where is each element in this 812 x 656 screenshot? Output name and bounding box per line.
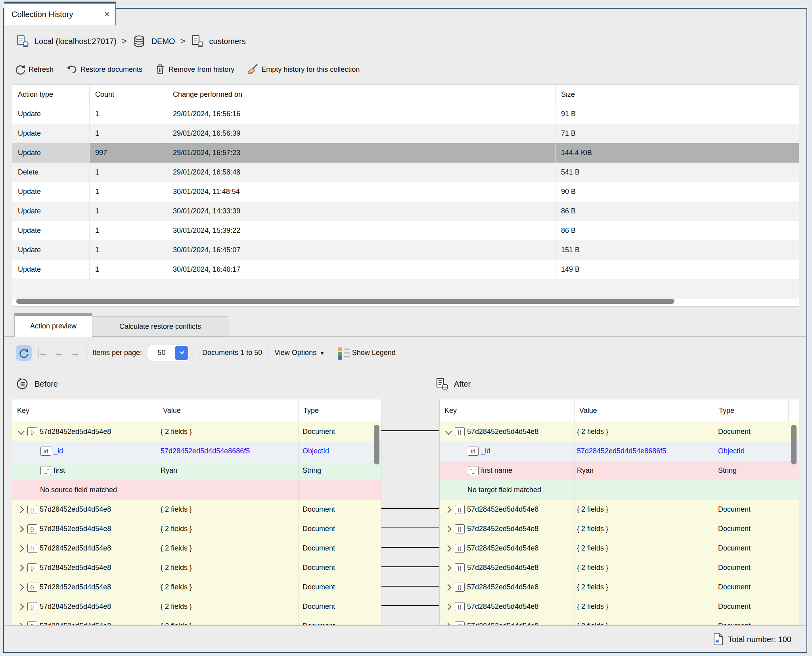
restore-documents-button[interactable]: Restore documents bbox=[65, 63, 142, 75]
expand-chevron[interactable] bbox=[17, 506, 24, 513]
pagination-bar: ← ← → Items per page: 50 Documents 1 to … bbox=[16, 337, 396, 369]
table-row[interactable]: Update130/01/2024, 15:39:2286 B bbox=[12, 221, 799, 240]
expand-chevron[interactable] bbox=[17, 526, 24, 532]
document-icon: {} bbox=[455, 544, 465, 553]
column-header[interactable]: Value bbox=[575, 399, 714, 422]
table-row[interactable]: Update130/01/2024, 14:33:3986 B bbox=[12, 201, 799, 221]
column-header[interactable]: Key bbox=[440, 399, 575, 422]
breadcrumb-database[interactable]: DEMO bbox=[151, 37, 175, 46]
document-row[interactable]: {}57d28452ed5d4d54e8{ 2 fields }Document bbox=[12, 539, 381, 558]
document-row[interactable]: {}57d28452ed5d4d54e8{ 2 fields }Document bbox=[440, 422, 799, 441]
close-icon[interactable]: × bbox=[104, 10, 110, 19]
tab-calculate-restore-conflicts[interactable]: Calculate restore conflicts bbox=[92, 316, 228, 337]
document-row[interactable]: "_"first nameRyanString bbox=[440, 461, 799, 480]
document-row[interactable]: {}57d28452ed5d4d54e8{ 2 fields }Document bbox=[12, 577, 381, 597]
expand-chevron[interactable] bbox=[18, 428, 25, 435]
tab-action-preview[interactable]: Action preview bbox=[14, 313, 92, 337]
key-cell: {}57d28452ed5d4d54e8 bbox=[12, 558, 158, 577]
document-row[interactable]: {}57d28452ed5d4d54e8{ 2 fields }Document bbox=[12, 597, 381, 616]
document-row[interactable]: {}57d28452ed5d4d54e8{ 2 fields }Document bbox=[12, 519, 381, 539]
key-cell: {}57d28452ed5d4d54e8 bbox=[12, 577, 158, 597]
first-page-button[interactable]: ← bbox=[38, 348, 48, 358]
document-row[interactable]: {}57d28452ed5d4d54e8{ 2 fields }Document bbox=[12, 422, 381, 441]
size-cell: 541 B bbox=[555, 163, 799, 182]
breadcrumb-collection[interactable]: customers bbox=[209, 37, 246, 46]
items-per-page-select[interactable]: 50 bbox=[148, 345, 190, 361]
expand-chevron[interactable] bbox=[17, 545, 24, 552]
type-cell: Document bbox=[714, 577, 789, 597]
next-page-button[interactable]: → bbox=[70, 348, 80, 358]
expand-chevron[interactable] bbox=[445, 603, 452, 610]
table-row[interactable]: Update99729/01/2024, 16:57:23144.4 KiB bbox=[12, 143, 799, 163]
before-vertical-scrollbar[interactable] bbox=[374, 425, 379, 464]
document-row[interactable]: id_id57d28452ed5d4d54e8686f5ObjectId bbox=[12, 441, 381, 461]
tab-collection-history[interactable]: Collection History × bbox=[4, 2, 116, 25]
view-options-button[interactable]: View Options▼ bbox=[274, 349, 325, 357]
show-legend-button[interactable]: Show Legend bbox=[352, 349, 396, 357]
previous-page-button[interactable]: ← bbox=[54, 348, 64, 358]
column-header[interactable]: Count bbox=[90, 85, 167, 104]
value-cell: Ryan bbox=[158, 461, 299, 480]
table-row[interactable]: Update129/01/2024, 16:56:1691 B bbox=[12, 104, 799, 124]
breadcrumb-connection[interactable]: Local (localhost:27017) bbox=[34, 37, 117, 46]
horizontal-scrollbar[interactable] bbox=[16, 299, 674, 304]
document-row[interactable]: "_"firstRyanString bbox=[12, 461, 381, 480]
document-row[interactable]: {}57d28452ed5d4d54e8{ 2 fields }Document bbox=[12, 616, 381, 625]
document-row[interactable]: {}57d28452ed5d4d54e8{ 2 fields }Document bbox=[12, 558, 381, 577]
column-header[interactable]: Change performed on bbox=[167, 85, 555, 104]
expand-chevron[interactable] bbox=[17, 603, 24, 610]
action-type-cell: Update bbox=[12, 221, 90, 240]
history-before-icon bbox=[16, 377, 29, 391]
document-icon: {} bbox=[455, 621, 465, 625]
reload-preview-button[interactable] bbox=[16, 345, 32, 361]
separator bbox=[86, 345, 86, 361]
type-cell: Document bbox=[714, 422, 789, 441]
document-row[interactable]: {}57d28452ed5d4d54e8{ 2 fields }Document bbox=[440, 577, 799, 597]
document-row[interactable]: {}57d28452ed5d4d54e8{ 2 fields }Document bbox=[440, 616, 799, 625]
empty-history-button[interactable]: Empty history for this collection bbox=[246, 63, 360, 76]
document-row[interactable]: No target field matched bbox=[440, 480, 799, 500]
table-row[interactable]: Update130/01/2024, 16:45:07151 B bbox=[12, 240, 799, 260]
document-row[interactable]: id_id57d28452ed5d4d54e8686f5ObjectId bbox=[440, 441, 799, 461]
document-row[interactable]: {}57d28452ed5d4d54e8{ 2 fields }Document bbox=[440, 519, 799, 539]
table-row[interactable]: Update130/01/2024, 11:48:5490 B bbox=[12, 182, 799, 201]
document-row[interactable]: {}57d28452ed5d4d54e8{ 2 fields }Document bbox=[440, 597, 799, 616]
expand-chevron[interactable] bbox=[445, 584, 452, 591]
count-cell: 1 bbox=[90, 104, 167, 124]
expand-chevron[interactable] bbox=[17, 623, 24, 625]
column-header[interactable]: Value bbox=[158, 399, 299, 422]
expand-chevron[interactable] bbox=[445, 623, 452, 625]
count-cell: 1 bbox=[90, 124, 167, 143]
expand-chevron[interactable] bbox=[445, 564, 452, 571]
type-cell: Document bbox=[714, 539, 789, 558]
remove-from-history-button[interactable]: Remove from history bbox=[154, 63, 234, 76]
column-header[interactable]: Type bbox=[714, 399, 789, 422]
column-header[interactable]: Size bbox=[555, 85, 799, 104]
expand-chevron[interactable] bbox=[17, 584, 24, 591]
connector-line bbox=[381, 547, 439, 548]
column-header[interactable]: Key bbox=[12, 399, 158, 422]
expand-chevron[interactable] bbox=[445, 428, 452, 435]
expand-chevron[interactable] bbox=[445, 526, 452, 532]
expand-chevron[interactable] bbox=[17, 564, 24, 571]
count-cell: 1 bbox=[90, 182, 167, 201]
key-text: first name bbox=[481, 466, 512, 475]
key-text: 57d28452ed5d4d54e8 bbox=[467, 505, 538, 514]
expand-chevron[interactable] bbox=[445, 545, 452, 552]
count-cell: 1 bbox=[90, 240, 167, 260]
document-row[interactable]: No source field matched bbox=[12, 480, 381, 500]
key-text: 57d28452ed5d4d54e8 bbox=[467, 428, 538, 436]
column-header[interactable]: Action type bbox=[12, 85, 90, 104]
document-row[interactable]: {}57d28452ed5d4d54e8{ 2 fields }Document bbox=[440, 558, 799, 577]
table-row[interactable]: Update130/01/2024, 16:46:17149 B bbox=[12, 260, 799, 279]
expand-chevron[interactable] bbox=[445, 506, 452, 513]
after-vertical-scrollbar[interactable] bbox=[791, 425, 797, 464]
table-row[interactable]: Update129/01/2024, 16:56:3971 B bbox=[12, 124, 799, 143]
refresh-button[interactable]: Refresh bbox=[14, 63, 54, 75]
document-row[interactable]: {}57d28452ed5d4d54e8{ 2 fields }Document bbox=[12, 500, 381, 519]
table-row[interactable]: Delete129/01/2024, 16:58:48541 B bbox=[12, 163, 799, 182]
key-text: 57d28452ed5d4d54e8 bbox=[467, 602, 538, 611]
document-row[interactable]: {}57d28452ed5d4d54e8{ 2 fields }Document bbox=[440, 500, 799, 519]
column-header[interactable]: Type bbox=[299, 399, 372, 422]
document-row[interactable]: {}57d28452ed5d4d54e8{ 2 fields }Document bbox=[440, 539, 799, 558]
